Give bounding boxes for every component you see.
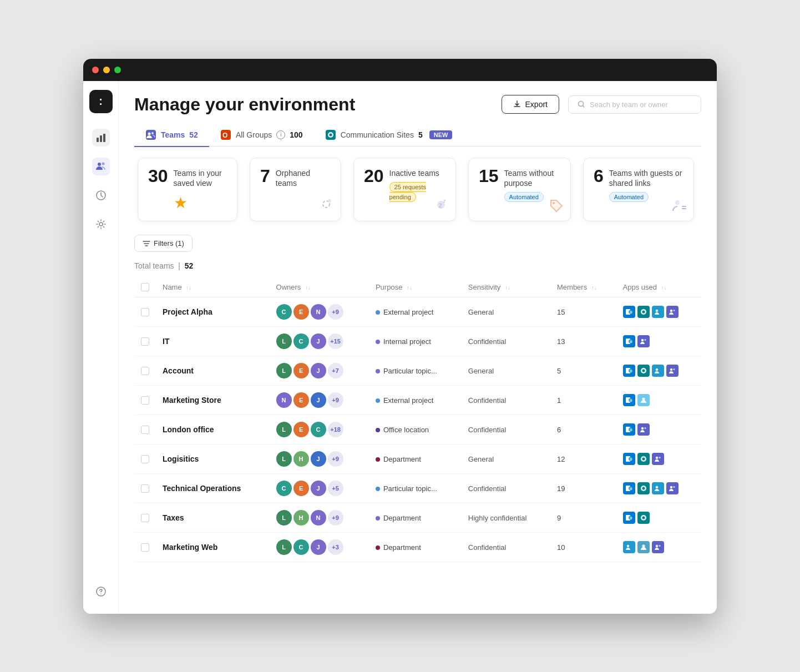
svg-point-12 [151, 132, 154, 134]
col-sensitivity[interactable]: Sensitivity ↑↓ [462, 277, 550, 297]
svg-point-78 [655, 545, 657, 547]
stat-card-orphaned[interactable]: 7 Orphaned teams [250, 158, 341, 221]
bar-chart-icon [95, 132, 107, 143]
purpose-text: External project [383, 396, 433, 405]
members-count: 13 [557, 337, 565, 346]
filters-button[interactable]: Filters (1) [134, 235, 193, 252]
teams-tab-icon [145, 129, 156, 140]
app-icons [623, 541, 695, 553]
teams-light-icon [637, 394, 650, 406]
svg-point-60 [642, 458, 645, 461]
team-name: IT [163, 337, 169, 346]
svg-point-68 [655, 486, 657, 488]
members-count: 15 [557, 308, 565, 316]
table-row: LogisiticsLHJ+9DepartmentGeneral12O [134, 444, 701, 474]
main-content: Manage your environment Export Seach by … [119, 81, 717, 614]
teams-variant-icon [652, 482, 664, 494]
header-row: Manage your environment Export Seach by … [134, 94, 701, 115]
tab-teams[interactable]: Teams 52 [134, 124, 209, 147]
table-row: ITLCJ+15Internal projectConfidential13O [134, 327, 701, 356]
sidebar-item-analytics[interactable] [92, 129, 110, 146]
row-checkbox[interactable] [141, 396, 149, 405]
sidebar-item-clock[interactable] [92, 186, 110, 204]
stat-inactive-number: 20 [364, 167, 384, 185]
table-header: Name ↑↓ Owners ↑↓ Purpose ↑↓ Sensitivity… [134, 277, 701, 297]
teams-icon [666, 482, 679, 494]
app-icons: O [623, 423, 695, 436]
avatar: L [276, 363, 292, 378]
teams-variant-icon [652, 306, 664, 318]
col-purpose[interactable]: Purpose ↑↓ [369, 277, 462, 297]
stat-inactive-label: Inactive teams [389, 168, 445, 178]
teams-icon [652, 453, 664, 465]
app-icons: O [623, 453, 695, 465]
members-count: 6 [557, 426, 561, 434]
stat-card-no-purpose[interactable]: 15 Teams without purpose Automated [468, 158, 571, 221]
col-apps[interactable]: Apps used ↑↓ [616, 277, 701, 297]
search-icon [578, 100, 585, 108]
filter-icon [143, 240, 150, 247]
sharepoint-icon [637, 482, 650, 494]
tab-commsites[interactable]: Communication Sites 5 NEW [314, 124, 464, 147]
owners-avatars: LCJ+3 [276, 539, 362, 555]
members-count: 9 [557, 514, 561, 522]
avatar: N [311, 510, 326, 526]
svg-point-8 [100, 593, 102, 594]
sidebar-item-help[interactable] [92, 583, 110, 600]
row-checkbox[interactable] [141, 455, 149, 463]
sensitivity-text: Confidential [468, 543, 507, 552]
row-checkbox[interactable] [141, 426, 149, 434]
svg-text:O: O [630, 340, 632, 343]
row-checkbox[interactable] [141, 367, 149, 375]
svg-text:O: O [630, 487, 632, 491]
svg-point-70 [673, 486, 675, 488]
team-name: Logisitics [163, 454, 199, 463]
app-icons: O [623, 512, 695, 524]
teams-icon [652, 541, 664, 553]
members-count: 1 [557, 396, 561, 405]
col-name[interactable]: Name ↑↓ [156, 277, 270, 297]
purpose-text: Office location [383, 426, 429, 434]
avatar-extra: +3 [328, 539, 343, 555]
svg-point-55 [644, 427, 646, 429]
sharepoint-icon [637, 306, 650, 318]
owners-avatars: LEJ+7 [276, 363, 362, 378]
tabs-row: Teams 52 O All Groups i 100 [134, 124, 701, 147]
sidebar-item-settings[interactable] [92, 215, 110, 233]
row-checkbox[interactable] [141, 514, 149, 522]
svg-text:O: O [630, 370, 632, 373]
stat-card-guests[interactable]: 6 Teams with guests or shared links Auto… [583, 158, 694, 221]
avatar-extra: +18 [328, 422, 343, 437]
app-body: : [83, 81, 717, 614]
stat-card-saved-view[interactable]: 30 Teams in your saved view ★ [138, 158, 237, 221]
app-logo[interactable]: : [89, 90, 113, 113]
row-checkbox[interactable] [141, 543, 149, 552]
data-table: Name ↑↓ Owners ↑↓ Purpose ↑↓ Sensitivity… [134, 277, 701, 562]
stat-card-inactive[interactable]: 20 Inactive teams 25 requests pending z … [353, 158, 456, 221]
svg-point-46 [673, 368, 675, 370]
tab-teams-count: 52 [189, 130, 198, 139]
row-checkbox[interactable] [141, 337, 149, 346]
col-owners[interactable]: Owners ↑↓ [270, 277, 369, 297]
stat-saved-number: 30 [148, 167, 168, 185]
avatar-extra: +9 [328, 510, 343, 526]
select-all-checkbox[interactable] [141, 283, 149, 291]
sharepoint-icon [637, 512, 650, 524]
teams-variant-icon [652, 365, 664, 377]
sidebar: : [83, 81, 119, 614]
row-checkbox[interactable] [141, 484, 149, 493]
purpose-dot [376, 340, 380, 344]
svg-point-31 [655, 310, 657, 312]
export-button[interactable]: Export [502, 95, 559, 114]
svg-point-44 [655, 368, 657, 371]
svg-rect-2 [103, 134, 105, 142]
row-checkbox[interactable] [141, 308, 149, 316]
col-members[interactable]: Members ↑↓ [550, 277, 616, 297]
tab-allgroups[interactable]: O All Groups i 100 [209, 124, 314, 147]
teams-icon [666, 365, 679, 377]
sensitivity-text: General [468, 367, 494, 375]
avatar: L [276, 334, 292, 349]
sidebar-item-teams[interactable] [92, 158, 110, 175]
sensitivity-text: Confidential [468, 484, 507, 493]
svg-point-37 [641, 339, 643, 341]
